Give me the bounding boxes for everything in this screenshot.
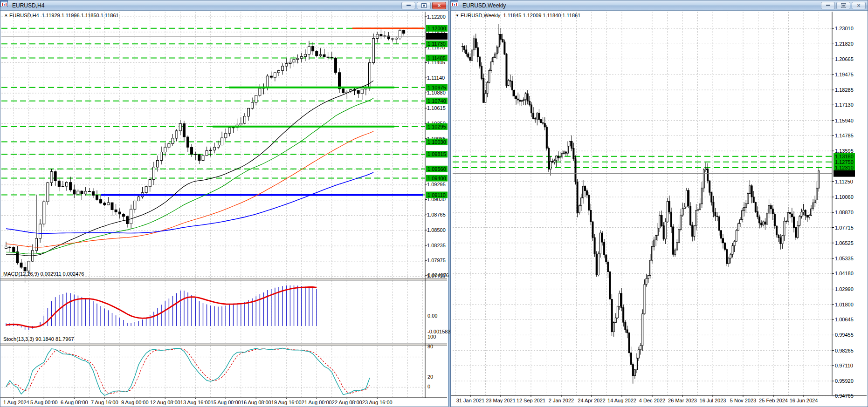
- price-label: 1.19475: [835, 72, 854, 77]
- time-label: 31 Jan 2021: [456, 398, 485, 403]
- close-icon: ×: [857, 3, 860, 8]
- price-label: 1.06525: [835, 240, 854, 246]
- close-button[interactable]: ×: [852, 2, 866, 9]
- price-label: 1.02990: [835, 286, 854, 292]
- time-label: 23 Aug 16:00: [362, 400, 393, 405]
- level-price-badge: 1.09560: [427, 166, 446, 172]
- price-label: 1.07975: [427, 258, 446, 263]
- level-price-badge: 1.09110: [427, 192, 446, 198]
- price-label: 1.14785: [835, 133, 854, 138]
- time-label: 24 Apr 2022: [578, 398, 605, 403]
- titlebar[interactable]: EURUSD,Weekly ×: [451, 0, 868, 11]
- price-chart-canvas-weekly[interactable]: 1.230101.218201.206651.194751.182851.171…: [451, 11, 868, 407]
- chart-window-eurusd-h4[interactable]: EURUSD,H4 × 1.122001.119351.116701.11405…: [0, 0, 448, 407]
- time-label: 9 Aug 00:00: [121, 400, 149, 405]
- current-price-badge: 1.11861: [835, 171, 853, 176]
- restore-icon: [841, 3, 846, 8]
- minimize-icon: [826, 5, 830, 6]
- chart-icon: [453, 2, 460, 9]
- chart-area-weekly[interactable]: 1.230101.218201.206651.194751.182851.171…: [451, 11, 868, 407]
- price-label: 1.01800: [835, 302, 854, 307]
- time-label: 5 Nov 2023: [730, 398, 756, 403]
- time-label: 19 Aug 16:00: [271, 400, 302, 405]
- time-label: 26 Mar 2023: [668, 398, 697, 403]
- time-label: 15 Aug 00:00: [211, 400, 241, 405]
- price-label: 1.21820: [835, 41, 854, 47]
- chart-area-h4[interactable]: 1.122001.119351.116701.114051.111401.108…: [0, 11, 448, 407]
- time-label: 13 Aug 16:00: [180, 400, 211, 405]
- level-price-badge: 1.11730: [427, 41, 446, 47]
- price-label: 1.00645: [835, 317, 854, 322]
- time-label: 16 Aug 08:00: [241, 400, 271, 405]
- price-label: 1.08870: [835, 210, 854, 215]
- time-label: 16 Jul 2023: [700, 398, 726, 403]
- window-title: EURUSD,Weekly: [462, 2, 506, 9]
- level-price-badge: 1.10295: [427, 124, 446, 129]
- price-label: 1.08500: [427, 227, 446, 233]
- level-price-badge: 1.10030: [427, 139, 446, 145]
- level-price-badge: 1.10975: [427, 85, 446, 90]
- level-price-badge: 1.11485: [427, 55, 446, 61]
- price-chart-canvas-h4[interactable]: 1.122001.119351.116701.114051.111401.108…: [0, 11, 448, 407]
- level-price-badge: 1.09815: [427, 151, 446, 157]
- time-label: 6 Aug 08:00: [61, 400, 88, 405]
- price-label: 1.12200: [427, 14, 446, 20]
- time-label: 1 Aug 2024: [3, 400, 29, 405]
- time-label: 4 Dec 2022: [639, 398, 665, 403]
- price-label: 0.99455: [835, 332, 854, 338]
- price-label: 0.97110: [835, 363, 853, 368]
- price-label: 1.04180: [835, 271, 854, 276]
- window-title: EURUSD,H4: [12, 2, 44, 9]
- close-button[interactable]: ×: [432, 2, 446, 9]
- restore-button[interactable]: [417, 2, 431, 9]
- price-label: 0.94765: [835, 393, 854, 399]
- price-label: 1.11250: [835, 179, 853, 184]
- minimize-button[interactable]: [401, 2, 415, 9]
- price-label: 0.98265: [835, 348, 854, 353]
- restore-icon: [421, 3, 427, 8]
- price-label: 1.09295: [427, 182, 446, 187]
- price-label: 1.15940: [835, 118, 854, 123]
- price-label: 1.05335: [835, 256, 854, 261]
- level-price-badge: 1.09400: [427, 176, 446, 181]
- time-label: 23 May 2021: [486, 398, 516, 403]
- price-label: 1.11140: [427, 75, 445, 81]
- level-price-badge: 1.13180: [835, 154, 854, 159]
- price-label: 1.10060: [835, 194, 854, 200]
- time-label: 12 Aug 08:00: [150, 400, 180, 405]
- titlebar[interactable]: EURUSD,H4 ×: [0, 0, 448, 11]
- price-label: 1.23010: [835, 26, 854, 31]
- price-label: 1.20665: [835, 56, 854, 62]
- price-label: 1.17130: [835, 102, 854, 108]
- price-label: 1.07710: [427, 273, 446, 278]
- price-label: 1.10880: [427, 90, 446, 95]
- level-price-badge: 1.12750: [835, 159, 854, 165]
- time-label: 14 Aug 2022: [607, 398, 636, 403]
- price-label: 1.13595: [835, 148, 854, 154]
- price-label: 0.95920: [835, 378, 854, 384]
- price-label: 1.10615: [427, 105, 446, 111]
- time-label: 5 Aug 00:00: [30, 400, 58, 405]
- chart-window-eurusd-weekly[interactable]: EURUSD,Weekly × 1.230101.218201.206651.1…: [450, 0, 868, 407]
- time-label: 7 Aug 16:00: [91, 400, 118, 405]
- chart-icon: [2, 2, 10, 9]
- level-price-badge: 1.10740: [427, 98, 446, 104]
- price-label: 1.07715: [835, 225, 854, 231]
- time-label: 22 Aug 08:00: [332, 400, 362, 405]
- time-label: 16 Jun 2024: [790, 398, 818, 403]
- time-label: 12 Sep 2021: [517, 398, 545, 403]
- price-label: 1.08235: [427, 243, 446, 248]
- price-label: 1.18285: [835, 87, 854, 93]
- time-label: 25 Feb 2024: [759, 398, 788, 403]
- time-label: 2 Jan 2022: [549, 398, 574, 403]
- time-label: 21 Aug 00:00: [302, 400, 332, 405]
- close-icon: ×: [437, 3, 441, 8]
- minimize-icon: [406, 5, 411, 6]
- current-price-badge: 1.11861: [427, 34, 446, 39]
- restore-button[interactable]: [836, 2, 850, 9]
- level-price-badge: 1.12000: [427, 26, 446, 31]
- minimize-button[interactable]: [821, 2, 835, 9]
- level-price-badge: 1.12310: [835, 165, 854, 170]
- price-label: 1.08765: [427, 212, 446, 217]
